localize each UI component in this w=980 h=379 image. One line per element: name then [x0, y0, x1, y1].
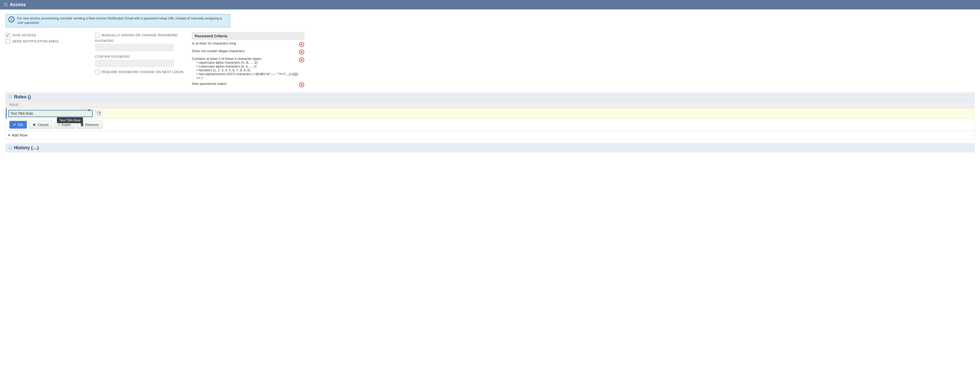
plus-icon: +: [58, 123, 60, 127]
tooltip: Test TBA Role: [57, 117, 83, 123]
role-field-header: ROLE*: [6, 101, 974, 108]
fail-icon: [299, 50, 304, 55]
criteria-length: Is at least 10 characters long: [192, 42, 299, 45]
chevron-down-icon[interactable]: [88, 112, 91, 115]
password-label: PASSWORD: [95, 39, 192, 43]
x-icon: ✖: [33, 123, 36, 127]
info-text: For new access provisioning consider sen…: [17, 16, 228, 25]
role-combobox[interactable]: Test TBA Role: [8, 110, 93, 117]
roles-header[interactable]: Roles (): [6, 93, 974, 101]
required-icon: *: [19, 103, 20, 107]
fail-icon: [299, 42, 304, 47]
add-row-button[interactable]: + Add Row: [6, 131, 974, 139]
criteria-types-numbers: • Numbers (1, 2, 3, 4, 5, 6, 7, 8, 9, 0): [192, 68, 299, 72]
check-icon: ✔: [13, 123, 16, 127]
history-title: History (…): [14, 145, 39, 150]
criteria-types-upper: • Uppercase alpha characters (A, B, … Z): [192, 61, 299, 64]
roles-title: Roles (): [14, 94, 31, 100]
open-record-button[interactable]: [95, 110, 102, 117]
send-notification-row[interactable]: SEND NOTIFICATION EMAIL: [6, 39, 95, 44]
fail-icon: [299, 82, 304, 87]
criteria-illegal: Does not contain illegal characters: [192, 49, 299, 53]
remove-button-label: Remove: [85, 123, 99, 127]
cancel-button[interactable]: ✖ Cancel: [29, 121, 52, 128]
role-actions-row: ✔ OK ✖ Cancel + Insert Remove Test TBA R…: [6, 119, 974, 131]
add-row-label: Add Row: [12, 133, 27, 137]
criteria-types: Contains at least 3 of these 4 character…: [192, 57, 299, 61]
trash-icon: [80, 123, 84, 126]
section-header-access[interactable]: Access: [0, 0, 980, 10]
require-change-checkbox[interactable]: [95, 70, 100, 74]
require-change-row[interactable]: REQUIRE PASSWORD CHANGE ON NEXT LOGIN: [95, 70, 192, 74]
manually-assign-row[interactable]: MANUALLY ASSIGN OR CHANGE PASSWORD: [95, 33, 192, 38]
fail-icon: [299, 57, 304, 62]
send-notification-checkbox[interactable]: [6, 39, 10, 44]
give-access-checkbox[interactable]: [6, 33, 10, 38]
manually-assign-label: MANUALLY ASSIGN OR CHANGE PASSWORD: [102, 33, 178, 37]
criteria-types-lower: • Lowercase alpha characters (a, b, … z): [192, 64, 299, 68]
role-field-label: ROLE: [10, 103, 18, 107]
confirm-password-input[interactable]: [95, 59, 174, 67]
svg-rect-1: [81, 124, 83, 126]
criteria-types-nonalpha: • Non-alphanumeric ASCII characters ( !@…: [192, 72, 299, 80]
password-criteria-header: Password Criteria: [192, 32, 304, 40]
role-edit-row: Test TBA Role: [6, 108, 974, 119]
ok-button[interactable]: ✔ OK: [10, 121, 27, 128]
collapse-icon[interactable]: [9, 94, 12, 100]
ok-button-label: OK: [18, 123, 23, 127]
roles-section: Roles () ROLE* Test TBA Role ✔ OK ✖ Canc…: [6, 93, 974, 140]
history-header[interactable]: History (…): [6, 144, 974, 152]
history-section: History (…): [6, 143, 974, 152]
confirm-password-label: CONFIRM PASSWORD: [95, 55, 192, 59]
cancel-button-label: Cancel: [37, 123, 48, 127]
criteria-match: New passwords match: [192, 82, 299, 86]
collapse-icon[interactable]: [9, 145, 12, 150]
insert-button-label: Insert: [62, 123, 71, 127]
send-notification-label: SEND NOTIFICATION EMAIL: [12, 39, 59, 43]
give-access-label: GIVE ACCESS: [12, 33, 36, 37]
collapse-icon[interactable]: [4, 2, 7, 7]
info-banner: i For new access provisioning consider s…: [6, 14, 230, 27]
password-input[interactable]: [95, 44, 174, 51]
manually-assign-checkbox[interactable]: [95, 33, 100, 38]
section-title-access: Access: [10, 2, 26, 7]
require-change-label: REQUIRE PASSWORD CHANGE ON NEXT LOGIN: [102, 70, 183, 74]
info-icon: i: [8, 16, 14, 22]
plus-icon: +: [8, 133, 10, 138]
give-access-row[interactable]: GIVE ACCESS: [6, 33, 95, 38]
role-combobox-value: Test TBA Role: [11, 112, 33, 115]
